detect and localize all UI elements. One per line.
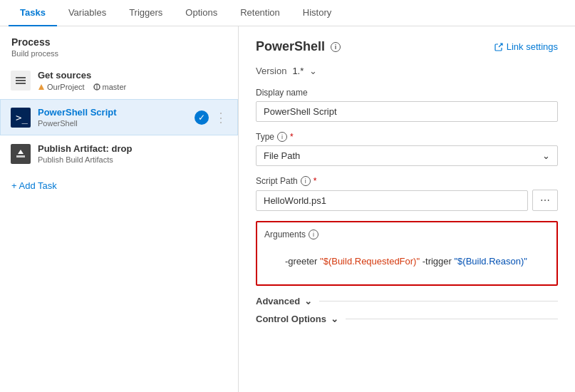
process-subtitle: Build process [11,49,227,58]
svg-rect-7 [16,155,25,158]
svg-text:>_: >_ [16,112,28,124]
tab-variables[interactable]: Variables [57,0,118,26]
tab-history[interactable]: History [291,0,343,26]
arg-prefix: -greeter [285,256,320,267]
control-options-chevron-icon: ⌄ [331,314,338,324]
tab-tasks[interactable]: Tasks [9,0,57,26]
advanced-section[interactable]: Advanced ⌄ [256,296,558,306]
svg-rect-0 [16,77,26,78]
project-badge-text: OurProject [47,83,85,91]
svg-marker-8 [18,150,24,154]
right-panel: PowerShell i Link settings Version 1.* ⌄… [239,26,575,392]
tab-triggers[interactable]: Triggers [118,0,174,26]
type-chevron-icon: ⌄ [542,150,550,161]
arguments-label: Arguments i [264,229,549,239]
link-settings-label: Link settings [507,41,558,52]
type-required-marker: * [290,132,294,142]
check-circle-icon: ✓ [195,110,209,125]
version-label: Version [256,66,286,76]
branch-badge: master [93,83,127,91]
top-tab-bar: Tasks Variables Triggers Options Retenti… [0,0,575,26]
version-chevron-icon[interactable]: ⌄ [309,66,317,76]
type-label: Type i * [256,132,558,142]
branch-badge-text: master [103,83,127,91]
panel-header: PowerShell i Link settings [256,39,558,54]
script-path-label: Script Path i * [256,176,558,186]
get-sources-icon [11,71,31,91]
type-field: Type i * File Path ⌄ [256,132,558,166]
type-select[interactable]: File Path ⌄ [256,145,558,166]
display-name-field: Display name [256,88,558,122]
svg-rect-1 [16,80,26,81]
script-path-field: Script Path i * ⋯ [256,176,558,211]
link-icon [494,42,504,52]
powershell-info: PowerShell Script PowerShell [38,107,195,128]
svg-rect-2 [16,83,26,84]
publish-name: Publish Artifact: drop [38,143,227,154]
publish-info: Publish Artifact: drop Publish Build Art… [38,143,227,164]
version-value: 1.* [292,66,304,76]
advanced-divider [319,301,558,301]
main-content: Process Build process Get sources OurPro… [0,26,575,392]
arguments-box: Arguments i -greeter "$(Build.RequestedF… [256,221,558,286]
arg-var1: "$(Build.RequestedFor)" [320,256,420,267]
task-item-get-sources[interactable]: Get sources OurProject master [0,62,238,99]
tab-options[interactable]: Options [174,0,229,26]
task-item-powershell[interactable]: >_ PowerShell Script PowerShell ✓ ⋮ [0,99,238,135]
script-path-input[interactable] [256,190,528,211]
script-path-info-icon[interactable]: i [301,176,311,186]
publish-icon [11,144,31,164]
control-options-divider [346,319,558,319]
get-sources-badges: OurProject master [38,83,227,91]
panel-title-text: PowerShell [256,39,325,54]
type-info-icon[interactable]: i [277,132,287,142]
project-badge: OurProject [38,83,85,91]
display-name-label: Display name [256,88,558,98]
title-info-icon[interactable]: i [331,42,341,52]
arguments-content: -greeter "$(Build.RequestedFor)" -trigge… [264,245,549,277]
get-sources-info: Get sources OurProject master [38,70,227,91]
svg-marker-3 [38,84,44,90]
version-row: Version 1.* ⌄ [256,66,558,76]
powershell-name: PowerShell Script [38,107,195,118]
tab-retention[interactable]: Retention [229,0,291,26]
powershell-sub: PowerShell [38,119,195,128]
add-task-label: + Add Task [11,180,57,191]
add-task-button[interactable]: + Add Task [0,172,238,200]
display-name-input[interactable] [256,101,558,122]
script-path-browse-button[interactable]: ⋯ [532,190,558,211]
process-title: Process [11,36,227,48]
left-panel: Process Build process Get sources OurPro… [0,26,239,392]
control-options-label: Control Options ⌄ [256,314,338,324]
type-select-value: File Path [264,150,300,161]
publish-sub: Publish Build Artifacts [38,155,227,164]
script-path-row: ⋯ [256,190,558,211]
advanced-chevron-icon: ⌄ [304,296,312,306]
drag-handle-icon[interactable]: ⋮ [214,110,227,125]
control-options-section[interactable]: Control Options ⌄ [256,314,558,324]
task-item-publish[interactable]: Publish Artifact: drop Publish Build Art… [0,135,238,172]
advanced-label: Advanced ⌄ [256,296,312,306]
arg-middle: -trigger [420,256,454,267]
arguments-info-icon[interactable]: i [309,229,318,239]
panel-title: PowerShell i [256,39,341,54]
get-sources-name: Get sources [38,70,227,81]
powershell-icon: >_ [11,108,31,128]
process-header: Process Build process [0,26,238,62]
link-settings-button[interactable]: Link settings [494,41,558,52]
arg-var2: "$(Build.Reason)" [454,256,527,267]
script-path-required-marker: * [314,176,317,186]
